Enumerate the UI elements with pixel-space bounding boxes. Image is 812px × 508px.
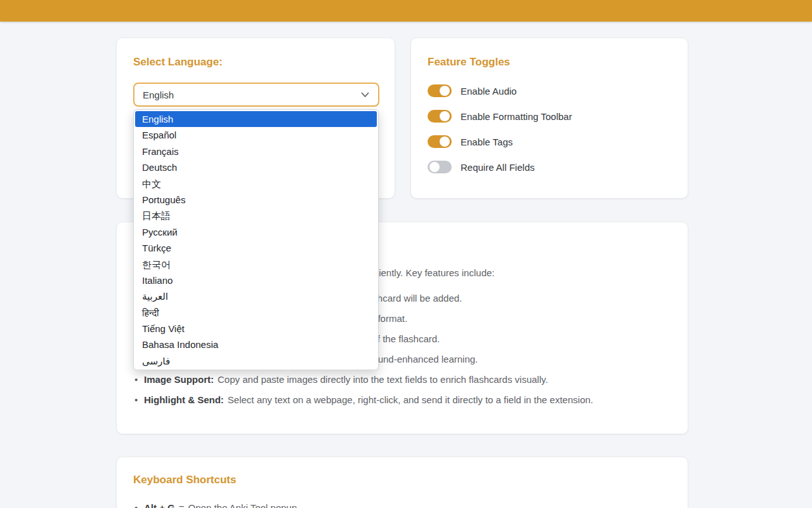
list-item: Image Support:Copy and paste images dire… [133, 373, 671, 386]
language-card-title: Select Language: [133, 56, 378, 69]
feature-text: Copy and paste images directly into the … [218, 374, 548, 385]
toggle-knob [440, 86, 450, 96]
toggle-knob [440, 137, 450, 147]
toggle-label: Enable Tags [461, 137, 513, 147]
toggle-label: Enable Formatting Toolbar [461, 111, 572, 122]
language-option[interactable]: 中文 [135, 176, 377, 192]
require-all-fields-toggle[interactable] [428, 161, 452, 173]
language-option[interactable]: Deutsch [135, 159, 377, 175]
language-option[interactable]: فارسی [135, 353, 377, 369]
enable-formatting-toolbar-toggle[interactable] [428, 110, 452, 123]
language-option[interactable]: Français [135, 144, 377, 159]
language-option[interactable]: Português [135, 192, 377, 208]
language-dropdown-popup: English Español Français Deutsch 中文 Port… [133, 109, 379, 370]
language-option[interactable]: Bahasa Indonesia [135, 337, 377, 352]
list-item: Alt + G=Open the Anki Tool popup [133, 502, 671, 508]
toggle-label: Enable Audio [461, 86, 516, 97]
toggle-knob [440, 111, 450, 121]
language-option[interactable]: Русский [135, 224, 377, 240]
language-select-value: English [143, 90, 174, 100]
toggle-label: Require All Fields [461, 162, 535, 173]
enable-audio-toggle[interactable] [428, 84, 452, 97]
chevron-down-icon [361, 92, 369, 98]
feature-toggles-title: Feature Toggles [428, 56, 671, 69]
toggle-row-enable-audio: Enable Audio [428, 84, 671, 97]
language-option[interactable]: English [135, 111, 377, 127]
language-option[interactable]: Español [135, 127, 377, 143]
feature-toggles-card: Feature Toggles Enable Audio Enable Form… [410, 37, 688, 199]
list-item: Highlight & Send:Select any text on a we… [133, 394, 671, 406]
keyboard-shortcuts-title: Keyboard Shortcuts [133, 474, 671, 486]
language-option[interactable]: 한국어 [135, 257, 377, 272]
language-option[interactable]: Tiếng Việt [135, 321, 377, 337]
language-option[interactable]: 日本語 [135, 208, 377, 224]
feature-label: Image Support: [144, 374, 214, 385]
keyboard-shortcuts-card: Keyboard Shortcuts Alt + G=Open the Anki… [116, 457, 688, 508]
shortcut-separator: = [179, 502, 185, 508]
shortcut-keys: Alt + G [144, 502, 175, 508]
language-option[interactable]: Italiano [135, 272, 377, 288]
language-option[interactable]: العربية [135, 288, 377, 304]
toggle-row-enable-formatting-toolbar: Enable Formatting Toolbar [428, 110, 671, 123]
toggle-row-enable-tags: Enable Tags [428, 135, 671, 148]
toggle-row-require-all-fields: Require All Fields [428, 161, 671, 173]
language-select[interactable]: English [133, 83, 379, 107]
feature-text: Select any text on a webpage, right-clic… [228, 394, 593, 405]
toggle-knob [429, 162, 440, 172]
header-bar [0, 0, 812, 22]
shortcut-description: Open the Anki Tool popup [188, 502, 298, 508]
language-option[interactable]: Türkçe [135, 240, 377, 256]
language-option[interactable]: हिन्दी [135, 305, 377, 321]
feature-label: Highlight & Send: [144, 394, 224, 405]
enable-tags-toggle[interactable] [428, 135, 452, 148]
